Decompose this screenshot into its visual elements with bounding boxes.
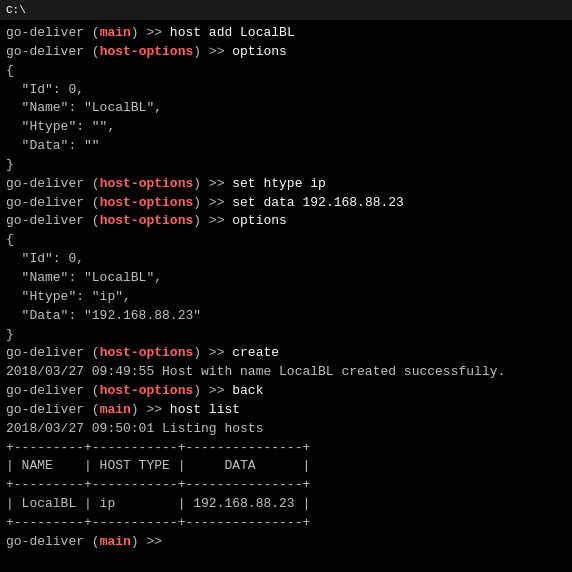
terminal-line: 2018/03/27 09:49:55 Host with name Local… (6, 363, 566, 382)
terminal-line: go-deliver (host-options) >> options (6, 212, 566, 231)
terminal-line: +---------+-----------+---------------+ (6, 514, 566, 533)
terminal-line: go-deliver (host-options) >> set htype i… (6, 175, 566, 194)
terminal-line: "Htype": "", (6, 118, 566, 137)
terminal-line: +---------+-----------+---------------+ (6, 476, 566, 495)
terminal: go-deliver (main) >> host add LocalBLgo-… (0, 20, 572, 556)
terminal-line: "Name": "LocalBL", (6, 99, 566, 118)
terminal-line: go-deliver (main) >> host list (6, 401, 566, 420)
terminal-line: { (6, 231, 566, 250)
terminal-line: "Id": 0, (6, 250, 566, 269)
terminal-line: go-deliver (host-options) >> create (6, 344, 566, 363)
terminal-line: +---------+-----------+---------------+ (6, 439, 566, 458)
terminal-line: go-deliver (main) >> host add LocalBL (6, 24, 566, 43)
terminal-line: "Data": "" (6, 137, 566, 156)
terminal-line: go-deliver (host-options) >> back (6, 382, 566, 401)
terminal-line: | LocalBL | ip | 192.168.88.23 | (6, 495, 566, 514)
terminal-line: go-deliver (host-options) >> set data 19… (6, 194, 566, 213)
cmd-icon: C:\ (6, 4, 26, 16)
terminal-line: "Name": "LocalBL", (6, 269, 566, 288)
terminal-line: } (6, 156, 566, 175)
terminal-line: | NAME | HOST TYPE | DATA | (6, 457, 566, 476)
terminal-line: "Htype": "ip", (6, 288, 566, 307)
terminal-line: go-deliver (main) >> (6, 533, 566, 552)
terminal-line: "Id": 0, (6, 81, 566, 100)
terminal-line: 2018/03/27 09:50:01 Listing hosts (6, 420, 566, 439)
terminal-line: } (6, 326, 566, 345)
title-bar: C:\ (0, 0, 572, 20)
terminal-line: { (6, 62, 566, 81)
terminal-line: go-deliver (host-options) >> options (6, 43, 566, 62)
terminal-line: "Data": "192.168.88.23" (6, 307, 566, 326)
